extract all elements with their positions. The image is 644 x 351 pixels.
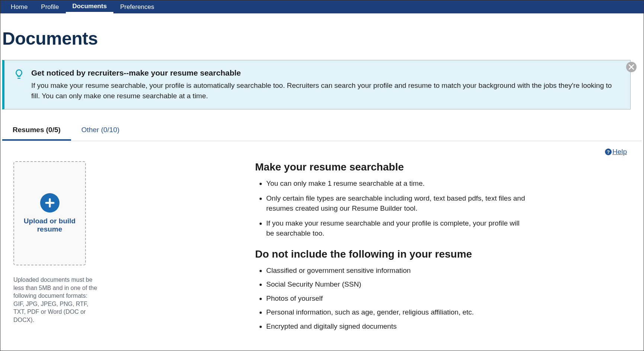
tab-other[interactable]: Other (0/10) xyxy=(71,121,130,141)
upload-resume-card[interactable]: Upload or build resume xyxy=(13,161,86,265)
nav-preferences[interactable]: Preferences xyxy=(113,0,161,13)
tab-resumes[interactable]: Resumes (0/5) xyxy=(2,121,71,141)
list-item: You can only make 1 resume searchable at… xyxy=(266,178,631,189)
plus-icon xyxy=(40,193,59,213)
top-nav: Home Profile Documents Preferences xyxy=(0,0,644,13)
list-item: Only certain file types are searchable i… xyxy=(266,193,631,214)
nav-profile[interactable]: Profile xyxy=(34,0,65,13)
nav-home[interactable]: Home xyxy=(4,0,34,13)
lightbulb-icon xyxy=(13,68,25,80)
tip-title: Get noticed by recruiters--make your res… xyxy=(31,68,620,77)
page-title: Documents xyxy=(2,28,642,49)
tabs: Resumes (0/5) Other (0/10) xyxy=(2,121,642,141)
info-heading-exclude: Do not include the following in your res… xyxy=(255,248,631,260)
list-item: Encrypted and digitally signed documents xyxy=(266,321,631,332)
help-link[interactable]: ? Help xyxy=(605,148,627,156)
tip-box: Get noticed by recruiters--make your res… xyxy=(2,60,631,109)
help-label: Help xyxy=(612,148,627,156)
info-list-exclude: Classified or government sensitive infor… xyxy=(255,265,631,332)
help-icon: ? xyxy=(605,149,612,155)
tip-container: Get noticed by recruiters--make your res… xyxy=(2,60,642,109)
list-item: Classified or government sensitive infor… xyxy=(266,265,631,276)
list-item: Personal information, such as age, gende… xyxy=(266,307,631,318)
list-item: Photos of yourself xyxy=(266,293,631,304)
list-item: Social Security Number (SSN) xyxy=(266,279,631,290)
list-item: If you make your resume searchable and y… xyxy=(266,218,631,239)
upload-label: Upload or build resume xyxy=(14,217,85,233)
tip-body: If you make your resume searchable, your… xyxy=(31,80,620,101)
upload-note: Uploaded documents must be less than 5MB… xyxy=(13,276,99,324)
info-list-searchable: You can only make 1 resume searchable at… xyxy=(255,178,631,239)
close-icon[interactable] xyxy=(626,62,637,72)
nav-documents[interactable]: Documents xyxy=(66,0,114,13)
info-heading-searchable: Make your resume searchable xyxy=(255,161,631,173)
